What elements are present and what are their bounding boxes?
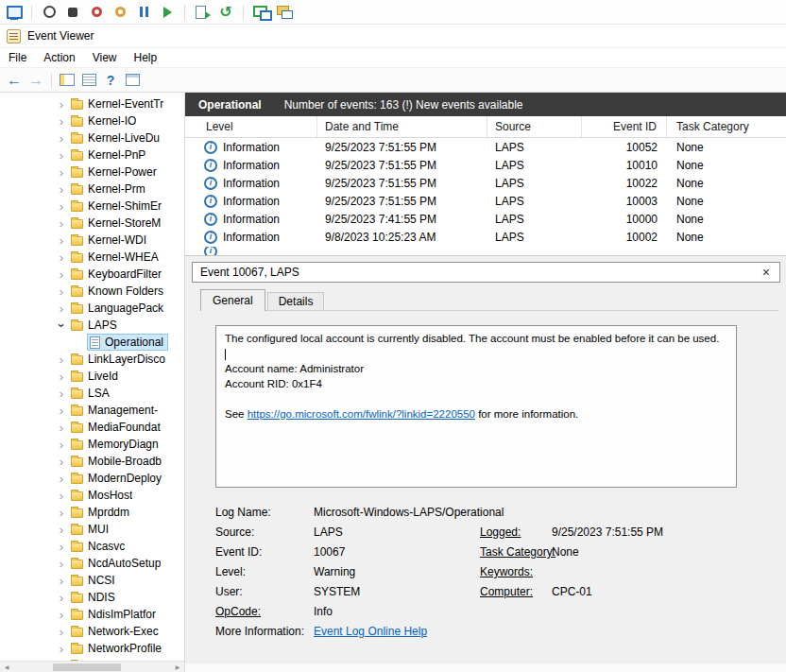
tree-item[interactable]: MemoryDiagn [0, 436, 184, 453]
tree-item[interactable]: Network-Exec [0, 623, 184, 640]
event-row[interactable]: Information 9/25/2023 7:41:55 PM LAPS 10… [185, 210, 786, 228]
help-icon[interactable] [101, 71, 120, 90]
chevron-right-icon[interactable] [55, 149, 68, 162]
chevron-right-icon[interactable] [55, 524, 68, 536]
chevron-right-icon[interactable] [55, 643, 68, 655]
chevron-right-icon[interactable] [55, 388, 68, 400]
enhanced-session-icon[interactable] [251, 3, 270, 22]
fwlink-hyperlink[interactable]: https://go.microsoft.com/fwlink/?linkid=… [248, 408, 475, 420]
menu-view[interactable]: View [84, 49, 126, 66]
devices-icon[interactable] [275, 3, 294, 22]
event-log-online-help-link[interactable]: Event Log Online Help [314, 625, 427, 638]
column-header-event-id[interactable]: Event ID [582, 116, 667, 137]
column-header-level[interactable]: Level [185, 116, 317, 137]
export-list-icon[interactable] [79, 71, 98, 90]
menu-help[interactable]: Help [126, 49, 166, 66]
tree-item[interactable]: NetworkProfile [0, 640, 184, 657]
chevron-down-icon[interactable] [56, 319, 68, 332]
back-icon[interactable] [5, 71, 24, 90]
vm-computer-icon[interactable] [5, 3, 24, 22]
scroll-right-arrow-icon[interactable] [171, 662, 184, 672]
tree-item[interactable]: LinkLayerDisco [0, 351, 184, 368]
scrollbar-thumb[interactable] [53, 663, 121, 671]
chevron-right-icon[interactable] [55, 200, 68, 213]
close-icon[interactable]: × [760, 266, 772, 279]
chevron-right-icon[interactable] [55, 115, 68, 128]
tree-item[interactable]: Kernel-Power [0, 164, 184, 181]
tree-item[interactable]: NDIS [0, 589, 184, 606]
tree-item[interactable]: NCSI [0, 572, 184, 589]
tree-horizontal-scrollbar[interactable] [0, 661, 184, 672]
event-row[interactable]: Information 9/25/2023 7:51:55 PM LAPS 10… [185, 156, 786, 174]
revert-icon[interactable] [216, 3, 235, 22]
menu-file[interactable]: File [0, 49, 35, 66]
chevron-right-icon[interactable] [55, 490, 68, 502]
chevron-right-icon[interactable] [55, 405, 68, 417]
tree-item[interactable]: NcdAutoSetup [0, 555, 184, 572]
column-header-date-time[interactable]: Date and Time [317, 116, 487, 137]
menu-action[interactable]: Action [35, 49, 83, 66]
tab-general[interactable]: General [200, 289, 265, 311]
column-header-task-category[interactable]: Task Category [667, 116, 786, 137]
chevron-right-icon[interactable] [55, 132, 68, 145]
tree-item[interactable]: Operational [0, 334, 184, 351]
tree-item[interactable]: Kernel-WDI [0, 232, 184, 249]
tree-item[interactable]: MUI [0, 521, 184, 538]
tree-item[interactable]: Kernel-EventTr [0, 95, 184, 112]
event-row[interactable]: Information 9/8/2023 10:25:23 AM LAPS 10… [185, 228, 786, 246]
event-row[interactable]: Information 9/25/2023 7:51:55 PM LAPS 10… [185, 192, 786, 210]
chevron-right-icon[interactable] [55, 234, 68, 247]
power-icon[interactable] [40, 3, 59, 22]
tree-item[interactable]: Kernel-WHEA [0, 249, 184, 266]
chevron-right-icon[interactable] [55, 456, 68, 468]
tree-item[interactable]: Kernel-Prm [0, 181, 184, 198]
chevron-right-icon[interactable] [55, 302, 68, 315]
tree-item[interactable]: KeyboardFilter [0, 266, 184, 283]
tree-item[interactable]: MediaFoundat [0, 419, 184, 436]
tree-item[interactable]: Mobile-Broadb [0, 453, 184, 470]
event-row[interactable]: Information 9/25/2023 7:51:55 PM LAPS 10… [185, 138, 786, 156]
checkpoint-icon[interactable] [193, 3, 212, 22]
chevron-right-icon[interactable] [55, 251, 68, 264]
chevron-right-icon[interactable] [55, 217, 68, 230]
shutdown-icon[interactable] [87, 3, 106, 22]
chevron-right-icon[interactable] [55, 183, 68, 196]
chevron-right-icon[interactable] [55, 592, 68, 604]
chevron-right-icon[interactable] [55, 422, 68, 434]
chevron-right-icon[interactable] [55, 268, 68, 281]
tree-item[interactable]: ModernDeploy [0, 470, 184, 487]
chevron-right-icon[interactable] [55, 575, 68, 587]
chevron-right-icon[interactable] [55, 370, 68, 383]
save-state-icon[interactable] [111, 3, 129, 22]
tree-item[interactable]: Ncasvc [0, 538, 184, 555]
tree-item[interactable]: LAPS [0, 317, 184, 334]
tab-details[interactable]: Details [267, 292, 325, 310]
tree-item[interactable]: NdisImPlatfor [0, 606, 184, 623]
tree-item[interactable]: Kernel-ShimEr [0, 198, 184, 215]
ctrl-alt-del-icon[interactable] [63, 3, 82, 22]
tree-item[interactable]: LiveId [0, 368, 184, 385]
chevron-right-icon[interactable] [55, 285, 68, 298]
event-row-partial[interactable] [185, 247, 786, 255]
tree-item[interactable]: LSA [0, 385, 184, 402]
chevron-right-icon[interactable] [55, 439, 68, 451]
forward-icon[interactable] [26, 71, 45, 90]
chevron-right-icon[interactable] [55, 98, 68, 111]
tree-item[interactable]: Kernel-StoreM [0, 215, 184, 232]
tree-item[interactable]: LanguagePack [0, 300, 184, 317]
console-tree-icon[interactable] [58, 71, 77, 90]
pause-icon[interactable] [134, 3, 153, 22]
tree-item[interactable]: Kernel-PnP [0, 146, 184, 164]
tree-item[interactable]: MosHost [0, 487, 184, 504]
start-icon[interactable] [158, 3, 177, 22]
tree-item[interactable]: Kernel-IO [0, 112, 184, 129]
tree-item[interactable]: Mprddm [0, 504, 184, 521]
properties-icon[interactable] [123, 71, 142, 90]
chevron-right-icon[interactable] [55, 166, 68, 179]
chevron-right-icon[interactable] [55, 473, 68, 485]
results-horizontal-scrollbar[interactable] [185, 663, 786, 672]
column-header-source[interactable]: Source [487, 116, 582, 137]
chevron-right-icon[interactable] [55, 609, 68, 621]
tree-item[interactable]: Management- [0, 402, 184, 419]
tree-item[interactable]: Known Folders [0, 283, 184, 300]
